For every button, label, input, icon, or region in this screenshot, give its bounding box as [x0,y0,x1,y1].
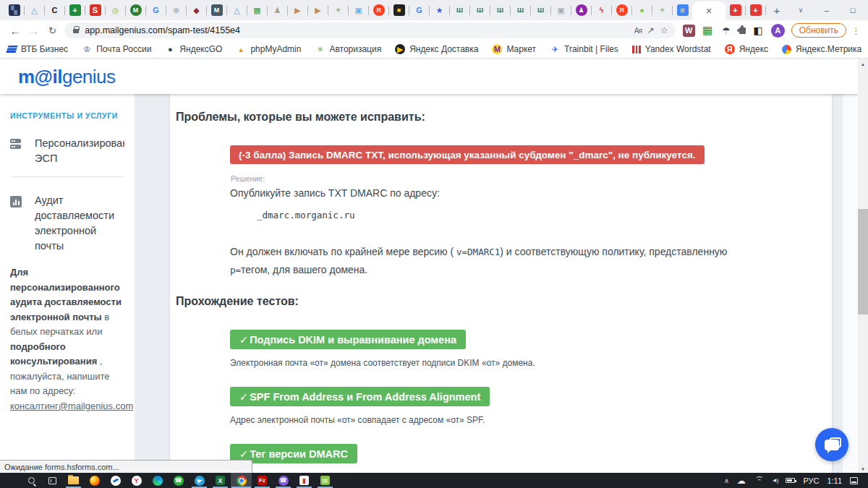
volume-icon[interactable]: ◄) [772,477,778,484]
whatsapp-icon[interactable]: ☎ [168,473,189,488]
bookmark-yandex-delivery[interactable]: ▶Яндекс Доставка [395,44,478,54]
viber-icon[interactable]: ☎ [273,473,294,488]
green-doc-app-icon[interactable]: ▤ [315,473,336,488]
action-center-icon[interactable] [850,477,858,484]
tab-close-icon[interactable]: × [706,5,712,17]
bookmark-trainbit[interactable]: ✈Trainbit | Files [550,44,618,54]
file-explorer-icon[interactable] [63,473,84,488]
bookmark-vtb[interactable]: ВТБ Бизнес [7,44,68,54]
claw-extension-icon[interactable]: ☂ [720,25,733,37]
new-tab-button[interactable]: + [766,0,788,20]
green-sheet-tab[interactable]: + [65,0,85,20]
bookmark-yandexgo[interactable]: ●ЯндексGO [165,44,222,54]
reload-button[interactable]: ↻ [43,22,62,39]
forward-button[interactable]: → [25,22,43,39]
bookmark-yandex[interactable]: ЯЯндекс [725,44,768,54]
chrome-update-button[interactable]: Обновить [791,23,846,38]
excel-icon[interactable]: X [210,473,231,488]
language-indicator[interactable]: РУС [803,476,819,485]
bank-circle-tab-3[interactable]: Ш [490,0,510,20]
table-extension-icon[interactable]: ▦ [702,25,714,37]
translate-icon[interactable]: Aя [634,27,642,35]
extensions-puzzle-icon[interactable] [739,27,746,34]
google-g-tab[interactable]: G [146,0,166,20]
sprout-tab-2[interactable]: ✳ [652,0,672,20]
drive-tab[interactable]: △ [25,0,44,20]
bookmark-pochta-eagle[interactable]: ♔Почта России [82,44,151,54]
bank-circle-tab-2[interactable]: Ш [470,0,490,20]
clock[interactable]: 1:11 [827,476,842,485]
cart-tab[interactable]: ▣ [349,0,368,20]
chrome-icon[interactable] [231,473,252,488]
minimize-button[interactable]: – [814,0,840,20]
battery-icon[interactable] [786,478,795,483]
firefox-icon[interactable] [84,473,105,488]
red-app-icon[interactable]: ▮ [294,473,315,488]
bookmark-market[interactable]: MМаркет [492,44,536,54]
mailgenius-logo[interactable]: m@ilgenius [18,66,116,88]
wifi-icon[interactable] [754,477,764,484]
bank-circle-tab-5[interactable]: Ш [531,0,550,20]
globe-tab[interactable]: ⊕ [166,0,186,20]
scroll-up-arrow[interactable]: ▲ [858,59,868,69]
sidebar-item-personalized-esp[interactable]: Персонализированны ЭСП [10,136,124,166]
address-bar[interactable]: app.mailgenius.com/spam-test/4155e4 Aя ↗… [64,22,675,38]
person-statue-tab[interactable]: ♟ [268,0,287,20]
chat-widget-button[interactable] [815,428,848,461]
filezilla-icon[interactable]: Fz [252,473,273,488]
map-tiles-tab[interactable]: ▦ [247,0,267,20]
bookmark-wordstat[interactable]: Yandex Wordstat [632,44,711,54]
red-code-tab[interactable]: ϟ [592,0,611,20]
tab-search-chevron-icon[interactable]: ∨ [788,0,814,20]
hidden-icons-chevron[interactable]: ∧ [724,477,729,484]
blue-list-tab[interactable]: ≡ [673,0,692,20]
dove-tab-2[interactable]: ▶ [308,0,328,20]
w-extension-icon[interactable]: W [683,25,695,37]
edge-icon[interactable] [147,473,168,488]
task-view-button[interactable] [42,473,63,488]
red-cross-tab-2[interactable]: + [746,0,765,20]
dark-image-tab[interactable]: ▚ [4,0,24,20]
blue-star-tab[interactable]: ★ [430,0,449,20]
bookmark-auth-sprout[interactable]: ✳Авторизация [315,44,381,54]
browser-swoosh-icon[interactable] [105,473,126,488]
search-button[interactable] [21,473,42,488]
url-text[interactable]: app.mailgenius.com/spam-test/4155e4 [85,25,634,35]
medium-m-tab[interactable]: M [207,0,226,20]
telegram-icon[interactable] [189,473,210,488]
sprout-tab[interactable]: ✳ [328,0,348,20]
red-s-tab[interactable]: S [85,0,105,20]
yandex-tab[interactable]: Я [369,0,388,20]
profile-avatar[interactable]: A [771,24,785,38]
start-button[interactable] [0,473,21,488]
scrollbar-thumb[interactable] [858,209,868,314]
red-cross-tab[interactable]: + [726,0,745,20]
dark-yellow-square-tab[interactable]: ■ [389,0,409,20]
drive-tab-2[interactable]: △ [227,0,247,20]
bank-circle-tab-1[interactable]: Ш [450,0,469,20]
green-m-circle-tab[interactable]: M [126,0,145,20]
maximize-button[interactable]: □ [840,0,866,20]
bank-circle-tab-4[interactable]: Ш [511,0,530,20]
gray-cart-tab[interactable]: ▣ [551,0,571,20]
consulting-email-link[interactable]: консалтинг@mailgenius.com [10,401,133,411]
maroon-logo-tab[interactable]: ◆ [187,0,206,20]
back-button[interactable]: ← [6,22,25,39]
half-square-extension-icon[interactable]: ◧ [752,25,765,37]
share-icon[interactable]: ↗ [647,25,655,35]
purple-shield-tab[interactable]: ♟ [571,0,591,20]
bookmark-phpmyadmin[interactable]: ▴phpMyAdmin [236,44,301,54]
onedrive-icon[interactable]: ☁ [737,476,746,486]
leaf-tab[interactable]: ● [632,0,652,20]
bookmark-metrika[interactable]: Яндекс.Метрика [782,44,861,54]
c-letter-tab[interactable]: C [45,0,64,20]
bookmark-star-icon[interactable]: ☆ [660,25,668,35]
browser-menu-icon[interactable]: ⋮ [851,25,861,36]
scrollbar[interactable]: ▲ ▼ [858,59,868,474]
dove-tab[interactable]: ▶ [288,0,307,20]
green-rings-tab[interactable]: ◎ [106,0,125,20]
active-tab[interactable]: × [692,1,726,20]
sidebar-item-deliverability-audit[interactable]: Аудит доставляемости электронной почты [10,193,124,254]
yandex-tab-2[interactable]: Я [612,0,631,20]
google-g-tab-2[interactable]: G [409,0,429,20]
